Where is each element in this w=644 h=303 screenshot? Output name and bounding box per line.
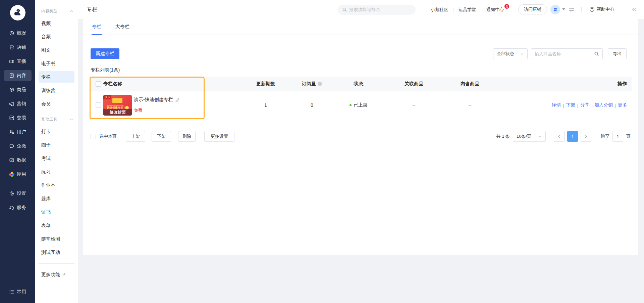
total-count-label: 共 1 条 bbox=[496, 133, 510, 139]
content-tabs: 专栏 大专栏 bbox=[83, 19, 638, 35]
community-link[interactable]: 小鹅社区 bbox=[426, 7, 453, 13]
batch-off-shelf-button[interactable]: 下架 bbox=[152, 131, 171, 142]
batch-on-shelf-button[interactable]: 上架 bbox=[126, 131, 145, 142]
global-search-input[interactable]: 搜索功能与帮助 bbox=[338, 5, 416, 15]
sidebar-item-overview[interactable]: 概况 bbox=[4, 28, 32, 39]
subsidebar-item-certificate[interactable]: 证书 bbox=[39, 206, 74, 218]
storefront-icon bbox=[553, 7, 558, 12]
info-dot-icon[interactable] bbox=[318, 82, 322, 86]
sidebar-item-wecom[interactable]: 企微 bbox=[4, 140, 32, 152]
subsidebar-item-circle[interactable]: 圈子 bbox=[39, 139, 74, 150]
help-center-link[interactable]: 帮助中心 bbox=[589, 6, 614, 12]
subsidebar-item-homework[interactable]: 作业本 bbox=[39, 179, 74, 191]
edit-pencil-icon[interactable] bbox=[175, 97, 180, 102]
subsidebar-item-practice[interactable]: 练习 bbox=[39, 166, 74, 177]
sidebar-item-frequent[interactable]: 常用 bbox=[4, 286, 32, 298]
export-button[interactable]: 导出 bbox=[608, 48, 627, 59]
subsidebar-item-audio[interactable]: 音频 bbox=[39, 31, 74, 42]
sidebar-item-live[interactable]: 直播 bbox=[4, 56, 32, 67]
subsidebar-item-test-interact[interactable]: 测试互动 bbox=[39, 247, 74, 258]
academy-link[interactable]: 运营学堂 bbox=[453, 7, 481, 13]
sidebar-item-users[interactable]: 用户 bbox=[4, 126, 32, 138]
action-detail[interactable]: 详情 bbox=[552, 102, 561, 108]
action-join-distribution[interactable]: 加入分销 bbox=[594, 102, 612, 108]
subsidebar-item-quiz[interactable]: 随堂检测 bbox=[39, 233, 74, 245]
subsidebar-item-camp[interactable]: 训练营 bbox=[39, 85, 74, 96]
search-icon[interactable] bbox=[594, 51, 599, 56]
chevron-up-icon bbox=[70, 118, 73, 121]
subsidebar-item-column[interactable]: 专栏 bbox=[39, 71, 74, 83]
switch-store-icon[interactable] bbox=[569, 7, 575, 12]
status-filter-select[interactable]: 全部状态 bbox=[493, 48, 528, 59]
more-features-link[interactable]: 更多功能 bbox=[39, 269, 74, 280]
next-page-button[interactable] bbox=[581, 131, 591, 142]
action-share[interactable]: 分享 bbox=[580, 102, 589, 108]
store-avatar[interactable] bbox=[550, 5, 560, 14]
section-content-types[interactable]: 内容类型 bbox=[41, 7, 73, 15]
subsidebar-item-checkin[interactable]: 打卡 bbox=[39, 126, 74, 137]
batch-more-settings-button[interactable]: 更多设置 bbox=[204, 131, 234, 142]
select-page-label: 选中本页 bbox=[99, 133, 117, 139]
subsidebar-item-exam[interactable]: 考试 bbox=[39, 153, 74, 164]
column-cover-thumbnail[interactable]: 演示 快速创建专栏 ✓ 修改封面 bbox=[103, 95, 132, 116]
batch-delete-button[interactable]: 删除 bbox=[178, 131, 196, 142]
chat-bubble-icon bbox=[9, 143, 14, 149]
change-cover-button[interactable]: 修改封面 bbox=[103, 109, 132, 116]
sidebar-item-shop[interactable]: 店铺 bbox=[4, 42, 32, 53]
action-take-down[interactable]: 下架 bbox=[566, 102, 575, 108]
apps-clover-icon bbox=[9, 172, 14, 177]
search-icon bbox=[342, 7, 347, 12]
sidebar-item-apps[interactable]: 应用 bbox=[4, 169, 32, 180]
cover-window-art bbox=[112, 98, 122, 103]
tab-big-column[interactable]: 大专栏 bbox=[115, 19, 129, 35]
sidebar-item-marketing[interactable]: 营销 bbox=[4, 98, 32, 110]
user-icon bbox=[9, 129, 14, 135]
xiaoe-logo[interactable] bbox=[10, 5, 25, 20]
section-interactive-tools[interactable]: 互动工具 bbox=[41, 116, 73, 123]
row-name-cell: 演示 快速创建专栏 ✓ 修改封面 演示-快速创建专栏 免费 bbox=[103, 91, 243, 119]
subsidebar-item-video[interactable]: 视频 bbox=[39, 17, 74, 29]
jump-page-input[interactable] bbox=[612, 131, 623, 142]
subsidebar-item-ebook[interactable]: 电子书 bbox=[39, 58, 74, 69]
megaphone-icon bbox=[9, 101, 14, 106]
prev-page-button[interactable] bbox=[554, 131, 565, 142]
collapse-double-chevron-icon[interactable] bbox=[632, 7, 637, 11]
goods-name-search bbox=[531, 48, 603, 59]
subsidebar-item-form[interactable]: 表单 bbox=[39, 220, 74, 231]
goods-name-input[interactable] bbox=[535, 51, 594, 56]
subsidebar-item-member[interactable]: 会员 bbox=[39, 98, 74, 110]
col-header-actions: 操作 bbox=[494, 77, 632, 91]
sidebar-item-goods[interactable]: 商品 bbox=[4, 84, 32, 95]
visit-store-button[interactable]: 访问店铺 bbox=[518, 4, 547, 14]
sidebar-item-data[interactable]: 数据 bbox=[4, 155, 32, 166]
xiaoe-admin-page: { "colors": { "accent": "#3E73F6", "side… bbox=[0, 0, 644, 303]
data-chart-icon bbox=[9, 158, 14, 163]
page-size-select[interactable]: 10条/页 bbox=[513, 131, 546, 142]
sidebar-item-content[interactable]: 内容 bbox=[4, 70, 32, 81]
tab-column[interactable]: 专栏 bbox=[92, 19, 101, 35]
col-header-related: 关联商品 bbox=[382, 77, 446, 91]
subsidebar-item-imagetext[interactable]: 图文 bbox=[39, 44, 74, 56]
related-value: -- bbox=[382, 91, 446, 119]
status-cell: 已上架 bbox=[335, 91, 382, 119]
select-all-checkbox[interactable] bbox=[96, 81, 101, 87]
storefront-icon bbox=[9, 45, 14, 50]
page-title: 专栏 bbox=[87, 6, 97, 13]
primary-nav: 概况 店铺 直播 内容 商品 营销 交易 用户 bbox=[4, 26, 32, 215]
subsidebar-item-question-bank[interactable]: 题库 bbox=[39, 193, 74, 204]
chevron-up-icon bbox=[70, 9, 73, 13]
current-page-button[interactable]: 1 bbox=[567, 131, 578, 142]
new-column-button[interactable]: 新建专栏 bbox=[91, 48, 119, 59]
sidebar-item-trade[interactable]: 交易 bbox=[4, 112, 32, 124]
select-page-checkbox[interactable] bbox=[91, 134, 96, 139]
sidebar-item-settings[interactable]: 设置 bbox=[4, 188, 32, 199]
action-more[interactable]: 更多 bbox=[618, 102, 627, 108]
list-icon bbox=[9, 289, 14, 295]
row-checkbox[interactable] bbox=[96, 102, 101, 108]
store-caret-down-icon[interactable] bbox=[562, 8, 565, 10]
chevron-left-icon bbox=[557, 135, 561, 138]
pie-chart-icon bbox=[9, 31, 14, 36]
sidebar-item-service[interactable]: 服务 bbox=[4, 202, 32, 213]
price-label: 免费 bbox=[134, 107, 180, 114]
notice-center-link[interactable]: 通知中心 3 bbox=[481, 7, 509, 13]
